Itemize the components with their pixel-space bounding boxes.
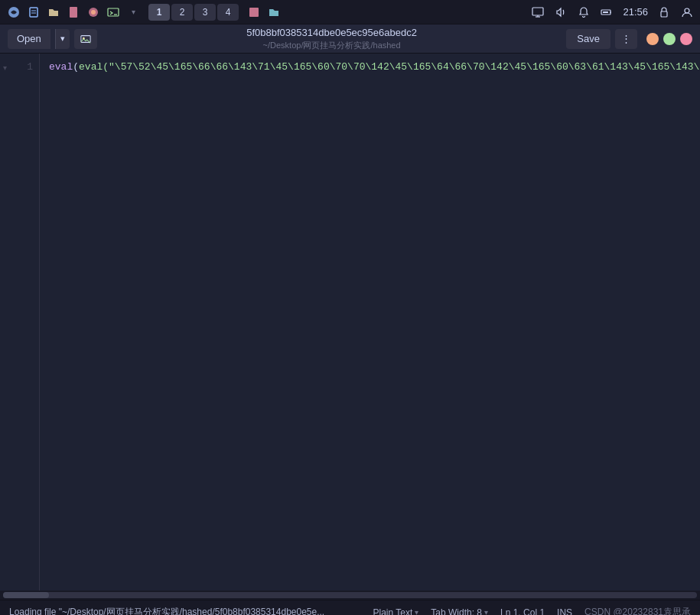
code-paren: (: [73, 61, 79, 73]
code-keyword-eval: eval: [49, 61, 73, 73]
workspace-tabs: 1 2 3 4: [148, 4, 239, 21]
scrollbar-thumb[interactable]: [3, 592, 49, 598]
folder-icon[interactable]: [46, 5, 61, 20]
status-right: Plain Text ▾ Tab Width: 8 ▾ Ln 1, Col 1 …: [373, 606, 692, 615]
app-icon[interactable]: [6, 5, 21, 20]
tab-width-label: Tab Width: 8: [431, 607, 482, 616]
window-controls: [646, 33, 692, 45]
close-button[interactable]: [680, 33, 692, 45]
language-chevron-icon: ▾: [415, 608, 418, 615]
profile-icon[interactable]: [680, 5, 694, 19]
bell-icon[interactable]: [577, 5, 591, 19]
files-icon[interactable]: [26, 5, 41, 20]
language-selector[interactable]: Plain Text ▾: [373, 607, 419, 616]
firefox-icon[interactable]: [86, 5, 101, 20]
language-label: Plain Text: [373, 607, 413, 616]
cursor-position: Ln 1, Col 1: [500, 607, 545, 616]
workspace-tab-1[interactable]: 1: [148, 4, 170, 21]
code-line-1: eval(eval("\57\52\45\165\66\66\143\71\45…: [49, 60, 691, 75]
svg-point-6: [91, 10, 96, 15]
volume-icon[interactable]: [554, 5, 568, 19]
active-folder-icon[interactable]: [266, 5, 282, 20]
fold-gutter: ▾: [0, 54, 12, 591]
workspace-tab-4[interactable]: 4: [217, 4, 239, 21]
editor-toolbar: Open ▾ 5f0b8bf0385314dbe0e5ec95e6abedc2 …: [0, 24, 700, 54]
open-dropdown-button[interactable]: ▾: [55, 29, 70, 49]
menu-button[interactable]: ⋮: [615, 29, 637, 49]
editor-content[interactable]: eval(eval("\57\52\45\165\66\66\143\71\45…: [40, 54, 700, 591]
workspace-tab-2[interactable]: 2: [171, 4, 193, 21]
svg-rect-15: [661, 11, 667, 17]
fold-arrow[interactable]: ▾: [0, 60, 9, 75]
battery-icon[interactable]: [600, 5, 614, 19]
minimize-button[interactable]: [646, 33, 659, 45]
line-number-1: 1: [12, 60, 39, 75]
system-tray: 21:56: [531, 5, 694, 19]
bookmark-icon[interactable]: [66, 5, 81, 20]
svg-rect-10: [532, 8, 543, 15]
workspace-tab-3[interactable]: 3: [194, 4, 216, 21]
svg-point-16: [685, 8, 689, 13]
file-path: ~/Desktop/网页挂马分析实践/hashed: [263, 40, 401, 50]
lock-icon[interactable]: [657, 5, 671, 19]
file-title: 5f0b8bf0385314dbe0e5ec95e6abedc2: [246, 27, 417, 40]
scrollbar-track[interactable]: [3, 592, 697, 598]
tab-width-selector[interactable]: Tab Width: 8 ▾: [431, 607, 488, 616]
save-button[interactable]: Save: [566, 29, 610, 49]
svg-rect-14: [603, 11, 608, 13]
system-bar: ▾ 1 2 3 4: [0, 0, 700, 24]
terminal-dropdown-icon[interactable]: ▾: [125, 5, 141, 20]
maximize-button[interactable]: [663, 33, 676, 45]
editor-mode: INS: [557, 607, 572, 616]
file-info: 5f0b8bf0385314dbe0e5ec95e6abedc2 ~/Deskt…: [102, 27, 562, 50]
system-time: 21:56: [623, 6, 648, 18]
horizontal-scrollbar[interactable]: [0, 591, 700, 600]
terminal-icon[interactable]: [106, 5, 121, 20]
tab-width-chevron-icon: ▾: [484, 608, 488, 615]
status-loading-text: Loading file "~/Desktop/网页挂马分析实践/hashed/…: [9, 606, 373, 615]
position-label: Ln 1, Col 1: [500, 607, 545, 616]
svg-rect-4: [70, 7, 77, 18]
status-bar: Loading file "~/Desktop/网页挂马分析实践/hashed/…: [0, 600, 700, 615]
code-string-content: eval("\57\52\45\165\66\66\143\71\45\165\…: [79, 61, 700, 73]
open-button[interactable]: Open: [8, 29, 50, 49]
watermark: CSDN @20232831袁思承: [584, 606, 691, 615]
image-button[interactable]: [74, 29, 97, 49]
editor-container: ▾ 1 eval(eval("\57\52\45\165\66\66\143\7…: [0, 54, 700, 591]
svg-rect-9: [249, 8, 259, 17]
active-file-icon[interactable]: [246, 5, 262, 20]
mode-label: INS: [557, 607, 572, 616]
line-numbers: 1: [12, 54, 40, 591]
monitor-icon[interactable]: [531, 5, 545, 19]
svg-rect-1: [30, 8, 37, 17]
